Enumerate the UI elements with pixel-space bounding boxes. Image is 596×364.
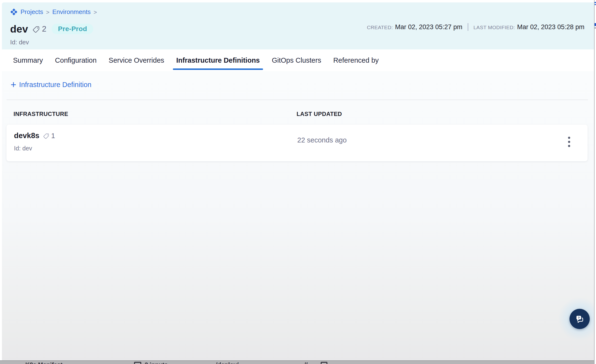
clipped-text-fragment: /deploy/ bbox=[216, 361, 238, 364]
right-edge-strip bbox=[594, 0, 596, 364]
help-chat-button[interactable]: ? bbox=[569, 309, 590, 329]
row-options-menu-button[interactable] bbox=[566, 135, 572, 149]
content-divider bbox=[7, 100, 588, 100]
kebab-dot bbox=[568, 141, 570, 143]
right-edge-artifact bbox=[595, 23, 596, 26]
created-label: CREATED: bbox=[367, 25, 393, 30]
tag-icon bbox=[43, 132, 50, 139]
env-type-badge: Pre-Prod bbox=[52, 24, 93, 34]
last-modified-label: LAST MODIFIED: bbox=[474, 25, 515, 30]
last-updated-cell: 22 seconds ago bbox=[297, 136, 347, 144]
page-header: Projects > Environments > dev 2 Pre-Pro bbox=[2, 2, 595, 49]
column-header-infrastructure: INFRASTRUCTURE bbox=[14, 111, 68, 117]
tab-summary[interactable]: Summary bbox=[10, 49, 46, 71]
add-infrastructure-definition-button[interactable]: + Infrastructure Definition bbox=[11, 80, 91, 89]
breadcrumb: Projects > Environments > bbox=[10, 8, 97, 16]
tab-referenced-by[interactable]: Referenced by bbox=[330, 49, 382, 71]
environment-tags: 2 bbox=[32, 24, 46, 34]
plus-icon: + bbox=[11, 80, 16, 89]
tag-icon bbox=[32, 25, 40, 33]
table-row[interactable]: devk8s 1 Id: dev 22 seconds ago bbox=[7, 125, 588, 161]
column-header-last-updated: LAST UPDATED bbox=[297, 111, 342, 117]
environment-meta: CREATED: Mar 02, 2023 05:27 pm LAST MODI… bbox=[367, 23, 584, 31]
breadcrumb-link-projects[interactable]: Projects bbox=[21, 8, 43, 16]
chat-question-icon: ? bbox=[574, 313, 585, 325]
clipped-background-window-strip: K8s Manifest 2 inputs /deploy/ // bbox=[0, 360, 596, 364]
clipped-text-fragment: 2 inputs bbox=[145, 361, 168, 364]
right-edge-artifact bbox=[595, 2, 596, 3]
clipped-text-fragment: K8s Manifest bbox=[25, 361, 62, 364]
breadcrumb-link-environments[interactable]: Environments bbox=[52, 8, 91, 16]
environment-title-row: dev 2 Pre-Prod bbox=[10, 24, 93, 34]
page-title: dev bbox=[10, 24, 28, 34]
last-modified-meta: LAST MODIFIED: Mar 02, 2023 05:28 pm bbox=[474, 23, 584, 31]
tab-service-overrides[interactable]: Service Overrides bbox=[105, 49, 168, 71]
right-edge-artifact bbox=[595, 28, 596, 29]
clipped-text-fragment: // bbox=[304, 361, 308, 364]
infrastructure-name-cell: devk8s 1 bbox=[14, 131, 55, 140]
right-edge-artifact bbox=[595, 4, 596, 5]
row-tag-count: 1 bbox=[51, 132, 55, 140]
environment-details-page: Projects > Environments > dev 2 Pre-Pro bbox=[0, 0, 596, 364]
breadcrumb-separator: > bbox=[94, 8, 97, 16]
breadcrumb-separator: > bbox=[46, 8, 49, 16]
clipped-icon bbox=[134, 362, 141, 364]
infrastructure-identifier: Id: dev bbox=[14, 145, 32, 152]
created-value: Mar 02, 2023 05:27 pm bbox=[395, 23, 462, 31]
kebab-dot bbox=[568, 137, 570, 139]
infrastructure-definitions-panel: + Infrastructure Definition INFRASTRUCTU… bbox=[2, 71, 595, 361]
add-infrastructure-definition-label: Infrastructure Definition bbox=[19, 81, 91, 89]
last-modified-value: Mar 02, 2023 05:28 pm bbox=[517, 23, 584, 31]
tab-gitops-clusters[interactable]: GitOps Clusters bbox=[268, 49, 325, 71]
tab-configuration[interactable]: Configuration bbox=[52, 49, 100, 71]
infrastructure-name: devk8s bbox=[14, 131, 39, 140]
environment-tabbar: Summary Configuration Service Overrides … bbox=[2, 49, 595, 71]
environment-identifier: Id: dev bbox=[10, 38, 29, 46]
projects-grid-icon bbox=[10, 8, 18, 16]
tab-infrastructure-definitions[interactable]: Infrastructure Definitions bbox=[173, 49, 263, 71]
created-meta: CREATED: Mar 02, 2023 05:27 pm bbox=[367, 23, 462, 31]
meta-divider bbox=[468, 23, 468, 31]
tag-count: 2 bbox=[42, 24, 46, 34]
clipped-icon bbox=[321, 362, 328, 364]
svg-text:?: ? bbox=[578, 316, 580, 320]
app-window: Projects > Environments > dev 2 Pre-Pro bbox=[2, 2, 595, 364]
kebab-dot bbox=[568, 145, 570, 147]
row-tags: 1 bbox=[43, 132, 55, 140]
